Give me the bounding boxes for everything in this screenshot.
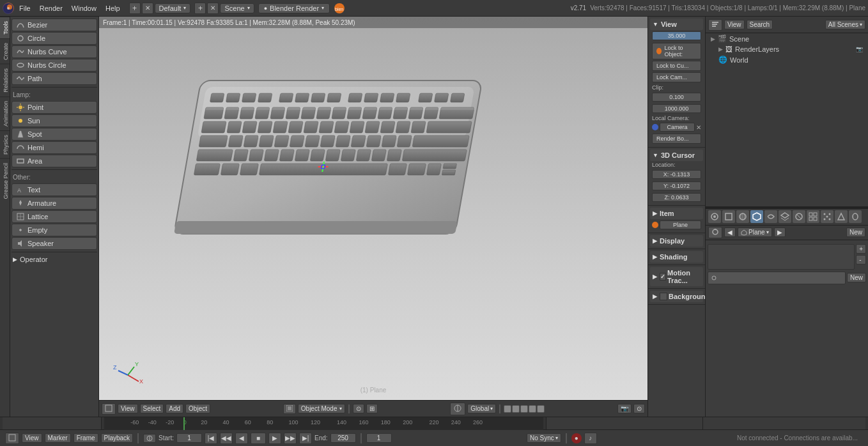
start-frame-value[interactable]: 1 <box>176 433 202 443</box>
menu-render[interactable]: Render <box>36 3 66 13</box>
camera-x-btn[interactable]: ✕ <box>696 124 701 131</box>
cursor-section-header[interactable]: ▼ 3D Cursor <box>650 150 703 161</box>
scene-add-btn[interactable]: + <box>194 3 206 14</box>
play-back-btn[interactable]: ◀ <box>235 433 248 444</box>
pivot-btn[interactable]: ⊙ <box>353 404 364 413</box>
tab-animation[interactable]: Animation <box>0 96 10 130</box>
particles-icon[interactable] <box>821 210 833 223</box>
all-scenes-selector[interactable]: All Scenes ▾ <box>825 20 865 29</box>
camera-value[interactable]: Camera <box>660 123 695 132</box>
render-border-btn[interactable]: Render Bo... <box>652 134 701 144</box>
new-btn-2[interactable]: New <box>847 273 866 282</box>
btn-spot[interactable]: Spot <box>12 128 97 141</box>
jump-end-btn[interactable]: ▶| <box>299 433 312 444</box>
btn-lattice[interactable]: Lattice <box>12 210 97 223</box>
clip-start-value[interactable]: 0.100 <box>652 93 701 102</box>
current-frame-value[interactable]: 1 <box>366 433 392 443</box>
viewport-3d[interactable]: Frame:1 | Time:00:01.15 | Ve:92478 Fa:93… <box>99 17 647 417</box>
mode-selector[interactable]: Object Mode ▾ <box>298 404 345 413</box>
cursor-z-value[interactable]: Z: 0.0633 <box>652 193 701 202</box>
lock-to-object-btn[interactable]: Lock to Object: <box>652 43 701 59</box>
modifiers-icon[interactable] <box>764 210 777 223</box>
menu-window[interactable]: Window <box>68 3 100 13</box>
layout-selector[interactable]: Default ▾ <box>155 3 191 13</box>
view-top-btn[interactable]: View <box>724 20 745 29</box>
btn-hemi[interactable]: Hemi <box>12 141 97 154</box>
material-field[interactable] <box>708 272 846 284</box>
material-slot-list[interactable] <box>708 244 855 270</box>
nav-arrow-right[interactable]: ▶ <box>774 227 786 237</box>
stop-btn[interactable]: ■ <box>251 433 266 444</box>
layout-remove-btn[interactable]: ✕ <box>142 3 153 14</box>
btn-path[interactable]: Path <box>12 72 97 85</box>
background-section-header[interactable]: ▶ Backgroun... <box>650 291 703 302</box>
background-checkbox[interactable] <box>660 293 667 300</box>
layer-btn-4[interactable] <box>529 405 536 413</box>
nav-icon-btn[interactable] <box>708 227 722 238</box>
render-props-icon[interactable] <box>708 210 721 223</box>
cursor-y-value[interactable]: Y: -0.1072 <box>652 181 701 190</box>
view-playback-btn[interactable]: View <box>22 433 42 443</box>
viewport-canvas[interactable]: (1) Plane X Y Z <box>99 17 647 417</box>
view-section-header[interactable]: ▼ View <box>650 19 703 30</box>
layer-btn-5[interactable] <box>537 405 545 413</box>
marker-btn[interactable]: Marker <box>45 433 71 443</box>
nav-plane-field[interactable]: Plane ▾ <box>738 227 772 237</box>
snap-btn[interactable]: ⊞ <box>366 404 378 413</box>
proportional-btn[interactable]: ⊙ <box>633 404 645 413</box>
playback-icon-btn[interactable] <box>5 433 19 444</box>
cursor-x-value[interactable]: X: -0.1313 <box>652 170 701 179</box>
search-top-btn[interactable]: Search <box>747 20 773 29</box>
select-menu-btn[interactable]: Select <box>140 404 164 413</box>
scene-props-icon[interactable] <box>722 210 735 223</box>
tab-relations[interactable]: Relations <box>0 64 10 96</box>
btn-speaker[interactable]: Speaker <box>12 237 97 250</box>
btn-nurbs-circle[interactable]: Nurbs Circle <box>12 59 97 72</box>
scene-remove-btn[interactable]: ✕ <box>207 3 219 14</box>
new-material-btn[interactable]: New <box>846 227 865 237</box>
lock-to-cursor-btn[interactable]: Lock to Cu... <box>652 61 701 71</box>
btn-point[interactable]: Point <box>12 101 97 114</box>
layer-btn-2[interactable] <box>512 405 520 413</box>
shading-section-header[interactable]: ▶ Shading <box>650 251 703 263</box>
menu-help[interactable]: Help <box>102 3 124 13</box>
data-props-icon[interactable] <box>779 210 791 223</box>
frame-btn[interactable]: Frame <box>74 433 98 443</box>
motion-track-header[interactable]: ▶ Motion Trac... <box>650 267 703 286</box>
scene-camera-btn[interactable]: 📷 <box>617 404 632 413</box>
add-slot-btn[interactable]: + <box>856 244 866 254</box>
menu-file[interactable]: File <box>15 3 35 13</box>
tab-tools[interactable]: Tools <box>0 17 10 38</box>
constraints-icon[interactable] <box>849 210 862 223</box>
world-props-icon[interactable] <box>736 210 749 223</box>
motion-track-checkbox[interactable] <box>660 273 666 281</box>
tab-physics[interactable]: Physics <box>0 130 10 158</box>
btn-sun[interactable]: Sun <box>12 114 97 127</box>
renderlayers-camera-btn[interactable]: 📷 <box>856 46 863 52</box>
view-menu-btn[interactable]: View <box>118 404 138 413</box>
tab-create[interactable]: Create <box>0 38 10 64</box>
texture-props-icon[interactable] <box>807 210 819 223</box>
sync-mode-selector[interactable]: No Sync ▾ <box>527 433 561 443</box>
object-menu-btn[interactable]: Object <box>185 404 210 413</box>
operator-section-header[interactable]: ▶ Operator <box>12 254 97 265</box>
timeline-track[interactable]: -60 -40 -20 0 20 40 60 80 100 120 140 16… <box>104 417 543 430</box>
lock-camera-btn[interactable]: Lock Cam... <box>652 72 701 82</box>
viewport-icon-btn[interactable] <box>102 403 116 415</box>
plane-value[interactable]: Plane <box>660 220 701 229</box>
btn-empty[interactable]: Empty <box>12 224 97 236</box>
editor-type-btn[interactable] <box>283 404 296 414</box>
btn-armature[interactable]: Armature <box>12 197 97 210</box>
tab-grease-pencil[interactable]: Grease Pencil <box>0 158 10 203</box>
outliner-scene-item[interactable]: ▶ 🎬 Scene <box>706 33 868 44</box>
step-forward-btn[interactable]: ▶▶ <box>284 433 297 444</box>
display-section-header[interactable]: ▶ Display <box>650 235 703 247</box>
outliner-renderlayers-item[interactable]: ▶ 🖼 RenderLayers 📷 <box>706 44 868 54</box>
clip-end-value[interactable]: 1000.000 <box>652 104 701 113</box>
jump-start-btn[interactable]: |◀ <box>205 433 217 444</box>
btn-circle-curve[interactable]: Circle <box>12 32 97 45</box>
end-frame-value[interactable]: 250 <box>330 433 356 443</box>
step-back-btn[interactable]: ◀◀ <box>220 433 233 444</box>
material-props-icon[interactable] <box>793 210 805 223</box>
add-menu-btn[interactable]: Add <box>166 404 183 413</box>
